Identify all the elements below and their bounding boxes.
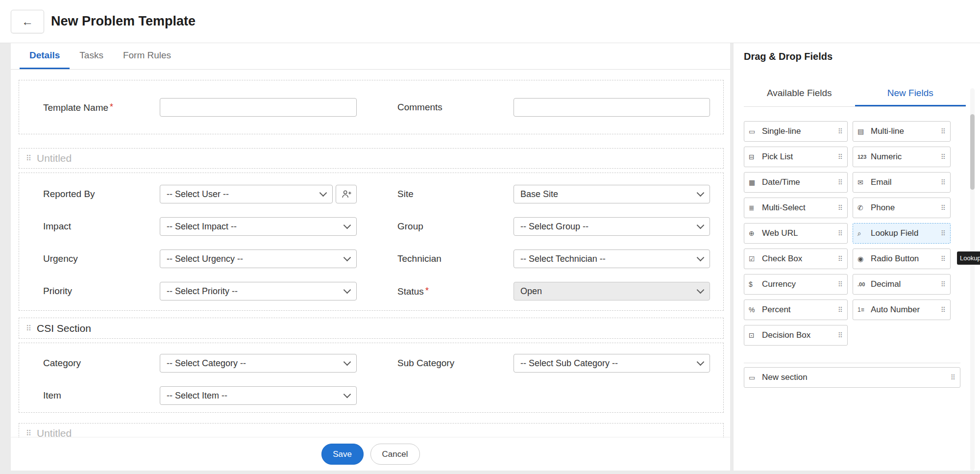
label-text: Status <box>397 286 424 297</box>
reported-by-select[interactable]: -- Select User -- <box>160 185 333 203</box>
section-title: Untitled <box>37 152 72 164</box>
drag-handle-icon[interactable]: ⠿ <box>26 324 31 333</box>
technician-select[interactable]: -- Select Technician -- <box>514 249 710 268</box>
field-chip-email[interactable]: ✉ Email ⠿ <box>853 172 951 193</box>
required-asterisk: * <box>110 101 113 111</box>
chevron-down-icon <box>697 189 705 197</box>
select-value: Base Site <box>520 189 558 200</box>
field-chip-numeric[interactable]: 123 Numeric ⠿ <box>853 147 951 167</box>
drag-handle-icon[interactable]: ⠿ <box>838 178 843 186</box>
field-chip-label: Lookup Field <box>871 228 941 238</box>
drag-handle-icon[interactable]: ⠿ <box>838 306 843 314</box>
drag-handle-icon[interactable]: ⠿ <box>26 154 31 163</box>
drag-handle-icon[interactable]: ⠿ <box>838 280 843 288</box>
add-user-button[interactable] <box>336 185 357 203</box>
urgency-select[interactable]: -- Select Urgency -- <box>160 249 357 268</box>
field-chip-single-line[interactable]: ▭ Single-line ⠿ <box>744 121 848 142</box>
save-button[interactable]: Save <box>321 444 364 465</box>
field-chip-lookup-field[interactable]: ⌕ Lookup Field ⠿ <box>853 223 951 244</box>
chevron-down-icon <box>319 189 327 197</box>
numeric-icon: 123 <box>858 154 871 160</box>
urgency-label: Urgency <box>43 253 78 264</box>
template-header-box: Template Name* Comments <box>19 80 724 134</box>
drag-handle-icon[interactable]: ⠿ <box>941 306 946 314</box>
field-chip-auto-number[interactable]: 1≡ Auto Number ⠿ <box>853 299 951 320</box>
status-select[interactable]: Open <box>514 282 710 300</box>
field-chip-multi-select[interactable]: ≣ Multi-Select ⠿ <box>744 198 848 218</box>
tab-available-fields[interactable]: Available Fields <box>744 81 855 106</box>
drag-drop-fields-panel: Drag & Drop Fields Available Fields New … <box>734 43 980 471</box>
drag-handle-icon[interactable]: ⠿ <box>941 204 946 212</box>
template-name-input[interactable] <box>160 98 357 117</box>
field-chip-web-url[interactable]: ⊕ Web URL ⠿ <box>744 223 848 244</box>
field-chip-decision-box[interactable]: ⊡ Decision Box ⠿ <box>744 325 848 346</box>
technician-label: Technician <box>397 253 441 264</box>
sub-category-label: Sub Category <box>397 358 454 369</box>
section-fields-csi: Category -- Select Category -- Sub Categ… <box>19 343 724 413</box>
drag-handle-icon[interactable]: ⠿ <box>941 255 946 263</box>
select-value: -- Select Technician -- <box>520 254 606 264</box>
drag-handle-icon[interactable]: ⠿ <box>26 429 31 438</box>
drag-handle-icon[interactable]: ⠿ <box>941 229 946 237</box>
tab-new-fields[interactable]: New Fields <box>855 81 966 106</box>
drag-handle-icon[interactable]: ⠿ <box>951 374 956 381</box>
tab-form-rules[interactable]: Form Rules <box>113 43 181 69</box>
drag-handle-icon[interactable]: ⠿ <box>941 153 946 161</box>
drag-handle-icon[interactable]: ⠿ <box>838 127 843 135</box>
new-section-icon: ▭ <box>749 374 762 381</box>
back-button[interactable]: ← <box>11 10 44 33</box>
drag-handle-icon[interactable]: ⠿ <box>838 204 843 212</box>
check-box-icon: ☑ <box>749 255 762 263</box>
group-select[interactable]: -- Select Group -- <box>514 217 710 236</box>
drag-handle-icon[interactable]: ⠿ <box>941 178 946 186</box>
field-chip-decimal[interactable]: .00 Decimal ⠿ <box>853 274 951 295</box>
group-label: Group <box>397 221 423 232</box>
tab-tasks[interactable]: Tasks <box>70 43 113 69</box>
drag-handle-icon[interactable]: ⠿ <box>941 280 946 288</box>
field-chip-radio-button[interactable]: ◉ Radio Button ⠿ <box>853 249 951 269</box>
lookup-field-icon: ⌕ <box>858 229 871 238</box>
site-select[interactable]: Base Site <box>514 185 710 203</box>
field-chip-currency[interactable]: $ Currency ⠿ <box>744 274 848 295</box>
field-chip-label: Currency <box>762 279 838 289</box>
decision-box-icon: ⊡ <box>749 331 762 339</box>
drag-handle-icon[interactable]: ⠿ <box>838 255 843 263</box>
add-user-icon <box>341 189 352 200</box>
section-header-untitled-1[interactable]: ⠿ Untitled <box>19 148 724 169</box>
cancel-button[interactable]: Cancel <box>370 444 420 465</box>
single-line-icon: ▭ <box>749 127 762 135</box>
date-time-icon: ▦ <box>749 178 762 186</box>
chevron-down-icon <box>343 254 351 262</box>
field-chip-pick-list[interactable]: ⊟ Pick List ⠿ <box>744 147 848 167</box>
field-chip-check-box[interactable]: ☑ Check Box ⠿ <box>744 249 848 269</box>
tab-details[interactable]: Details <box>20 43 70 69</box>
top-bar: ← New Problem Template <box>0 0 980 43</box>
field-chip-label: Single-line <box>762 126 838 136</box>
new-section-chip[interactable]: ▭ New section ⠿ <box>744 367 960 388</box>
impact-select[interactable]: -- Select Impact -- <box>160 217 357 236</box>
drag-handle-icon[interactable]: ⠿ <box>838 331 843 339</box>
field-chip-label: Email <box>871 177 941 187</box>
field-chip-date-time[interactable]: ▦ Date/Time ⠿ <box>744 172 848 193</box>
section-header-csi[interactable]: ⠿ CSI Section <box>19 318 724 339</box>
priority-select[interactable]: -- Select Priority -- <box>160 282 357 300</box>
priority-label: Priority <box>43 286 72 297</box>
item-select[interactable]: -- Select Item -- <box>160 386 357 405</box>
drag-handle-icon[interactable]: ⠿ <box>941 127 946 135</box>
field-chip-label: Decimal <box>871 279 941 289</box>
drag-handle-icon[interactable]: ⠿ <box>838 229 843 237</box>
drag-handle-icon[interactable]: ⠿ <box>838 153 843 161</box>
field-chip-percent[interactable]: % Percent ⠿ <box>744 299 848 320</box>
field-chip-phone[interactable]: ✆ Phone ⠿ <box>853 198 951 218</box>
section-fields-untitled-1: Reported By -- Select User -- Site Base … <box>19 173 724 311</box>
select-value: -- Select User -- <box>167 189 229 200</box>
comments-input[interactable] <box>514 98 710 117</box>
select-value: -- Select Urgency -- <box>167 254 243 264</box>
multi-line-icon: ▤ <box>858 127 871 135</box>
category-select[interactable]: -- Select Category -- <box>160 354 357 373</box>
radio-button-icon: ◉ <box>858 255 871 263</box>
sub-category-select[interactable]: -- Select Sub Category -- <box>514 354 710 373</box>
field-chip-multi-line[interactable]: ▤ Multi-line ⠿ <box>853 121 951 142</box>
select-value: Open <box>520 286 542 297</box>
scrollbar-thumb[interactable] <box>970 114 975 190</box>
